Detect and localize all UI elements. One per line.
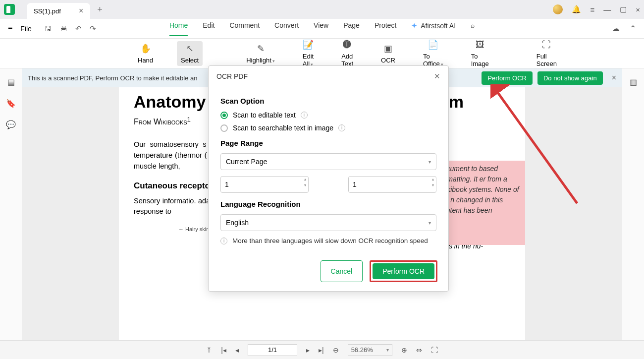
zoom-in-icon[interactable]: ⊕ [401,346,407,354]
minimize-icon[interactable]: — [603,5,611,14]
chevron-down-icon[interactable]: ▾ [432,183,434,187]
zoom-out-icon[interactable]: ⊖ [333,346,339,354]
fit-width-icon[interactable]: ⇔ [416,346,422,354]
chevron-down-icon: ▾ [429,159,431,165]
dialog-title: OCR PDF [216,72,248,80]
last-page-icon[interactable]: ▸| [319,346,324,354]
ocr-tool[interactable]: ▣OCR [377,41,399,66]
hand-tool[interactable]: ✋Hand [134,41,157,66]
page-number-input[interactable] [248,344,297,356]
to-image-tool[interactable]: 🖼To Image [467,38,493,69]
highlighter-icon: ✎ [257,43,265,54]
office-icon: 📄 [428,39,438,50]
collapse-ribbon-icon[interactable]: ⌃ [630,24,636,33]
highlight-annotation: Perform OCR [370,260,437,282]
chevron-up-icon[interactable]: ▴ [432,178,434,181]
perform-ocr-banner-button[interactable]: Perform OCR [482,71,533,85]
cursor-icon: ↖ [186,43,194,54]
page-to-input[interactable]: 1 ▴▾ [348,176,436,193]
page-range-select[interactable]: Current Page ▾ [220,153,436,170]
to-office-tool[interactable]: 📄To Office▾ [419,37,447,69]
fit-page-icon[interactable]: ⛶ [431,346,438,354]
dismiss-banner-button[interactable]: Do not show again [537,71,603,85]
tab-view[interactable]: View [314,21,328,36]
fullscreen-icon: ⛶ [542,40,551,50]
dialog-footer: Cancel Perform OCR [209,253,448,291]
close-tab-icon[interactable]: × [79,6,83,15]
prev-page-icon[interactable]: ◂ [235,346,239,354]
file-menu[interactable]: File [20,25,32,33]
search-icon[interactable]: ⌕ [471,21,475,36]
thumbnail-icon[interactable]: ▤ [7,77,15,87]
notification-icon[interactable]: 🔔 [572,5,581,14]
radio-icon [220,112,228,119]
menubar-right: ☁ ⌃ [612,24,636,33]
new-tab-button[interactable]: + [97,4,103,15]
next-page-icon[interactable]: ▸ [306,346,310,354]
zoom-select[interactable]: 56.26%▾ [348,344,392,356]
perform-ocr-button[interactable]: Perform OCR [373,263,434,279]
language-select[interactable]: English ▾ [220,214,436,231]
first-page-icon[interactable]: |◂ [221,346,226,354]
close-dialog-icon[interactable]: ✕ [434,72,440,81]
app-logo [4,4,15,15]
ocr-dialog: OCR PDF ✕ Scan Option Scan to editable t… [208,65,449,292]
right-sidebar: ▥ [622,68,644,340]
document-tab[interactable]: SS(1).pdf × [27,3,90,19]
annotation-note: document to based formatting. It er from… [436,161,525,245]
tab-edit[interactable]: Edit [203,21,215,36]
maximize-icon[interactable]: ▢ [620,5,627,14]
page-range-label: Page Range [220,139,436,147]
left-sidebar: ▤ 🔖 💬 [0,68,22,340]
text-icon: 🅣 [343,40,352,50]
edit-all-tool[interactable]: 📝Edit All▾ [299,37,318,69]
avatar[interactable] [553,4,563,14]
chevron-up-icon[interactable]: ▴ [304,178,306,181]
redo-icon[interactable]: ↷ [90,24,96,33]
tab-page[interactable]: Page [343,21,360,36]
ribbon-toolbar: ✋Hand ↖Select ✎Highlight▾ 📝Edit All▾ 🅣Ad… [0,39,644,68]
language-label: Language Recognition [220,200,436,208]
language-hint: i More than three languages will slow do… [220,237,436,244]
chevron-down-icon: ▾ [429,220,431,226]
close-notice-icon[interactable]: × [612,73,616,82]
hand-icon: ✋ [140,43,151,54]
cloud-icon[interactable]: ☁ [612,24,620,33]
comment-panel-icon[interactable]: 💬 [6,120,16,129]
chevron-down-icon[interactable]: ▾ [304,183,306,187]
hamburger-icon[interactable]: ≡ [8,24,12,33]
bookmark-icon[interactable]: 🔖 [6,99,16,108]
select-tool[interactable]: ↖Select [177,41,203,66]
properties-icon[interactable]: ▥ [630,77,637,87]
close-window-icon[interactable]: × [636,5,640,14]
save-icon[interactable]: 🖫 [45,24,52,33]
add-text-tool[interactable]: 🅣Add Text [337,38,357,69]
info-icon[interactable]: i [301,112,308,119]
full-screen-tool[interactable]: ⛶Full Screen [533,38,561,69]
info-icon[interactable]: i [338,124,345,131]
scan-editable-radio[interactable]: Scan to editable text i [220,111,436,119]
image-icon: 🖼 [476,40,484,50]
statusbar: ⤒ |◂ ◂ ▸ ▸| ⊖ 56.26%▾ ⊕ ⇔ ⛶ [0,340,644,359]
scan-option-label: Scan Option [220,97,436,105]
scroll-top-icon[interactable]: ⤒ [206,346,212,354]
page-from-input[interactable]: 1 ▴▾ [220,176,309,193]
ocr-icon: ▣ [384,43,392,54]
radio-icon [220,124,228,132]
tab-home[interactable]: Home [169,21,188,36]
notice-text: This is a scanned PDF, Perform OCR to ma… [28,74,197,82]
chevron-down-icon: ▾ [386,347,389,353]
menu-icon[interactable]: ≡ [590,5,594,14]
cancel-button[interactable]: Cancel [321,260,363,282]
titlebar-controls: 🔔 ≡ — ▢ × [553,4,640,14]
info-icon: i [220,238,227,244]
highlight-tool[interactable]: ✎Highlight▾ [242,41,279,66]
print-icon[interactable]: 🖶 [60,24,67,33]
undo-icon[interactable]: ↶ [75,24,82,33]
tab-protect[interactable]: Protect [375,21,396,36]
ai-button[interactable]: ✦Afirstsoft AI [411,21,456,36]
tab-comment[interactable]: Comment [229,21,260,36]
tab-convert[interactable]: Convert [274,21,299,36]
scan-searchable-radio[interactable]: Scan to searchable text in image i [220,124,436,132]
dialog-header: OCR PDF ✕ [209,66,448,87]
